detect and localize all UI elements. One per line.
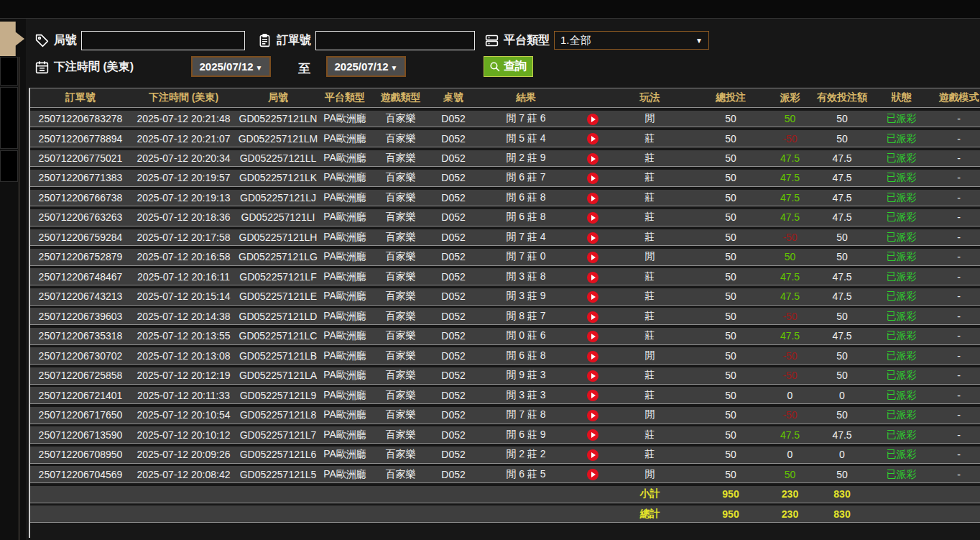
cell-order: 250712206743213 — [30, 290, 131, 302]
cell-total: 50 — [691, 133, 770, 145]
cell-result: 閒 2 莊 9 — [476, 152, 576, 165]
play-result-button[interactable] — [587, 272, 598, 283]
cell-play — [576, 409, 609, 421]
grand-total-row-valid: 830 — [810, 508, 874, 520]
cell-table_no: D052 — [431, 449, 476, 460]
round-number-label: 局號 — [54, 33, 77, 48]
cell-status: 已派彩 — [874, 250, 928, 263]
sidebar-item[interactable] — [0, 87, 18, 149]
cell-result: 閒 6 莊 8 — [476, 211, 576, 224]
play-result-button[interactable] — [587, 449, 598, 461]
cell-round: GD052257121LH — [236, 232, 320, 243]
play-icon — [591, 314, 596, 320]
play-icon — [591, 334, 596, 339]
table-row: 2507122067528792025-07-12 20:16:58GD0522… — [30, 249, 980, 266]
platform-type-select[interactable]: 1.全部 ▼ — [554, 31, 709, 50]
cell-bet: 莊 — [609, 290, 691, 303]
sidebar-item[interactable] — [0, 57, 18, 86]
round-number-input[interactable] — [81, 31, 245, 50]
cell-total: 50 — [691, 469, 770, 480]
cell-time: 2025-07-12 20:21:48 — [131, 113, 236, 124]
column-header-status: 狀態 — [874, 91, 928, 104]
cell-payout: 47.5 — [770, 271, 810, 283]
cell-payout: 50 — [770, 251, 810, 262]
table-row: 2507122067484672025-07-12 20:16:11GD0522… — [30, 268, 980, 285]
cell-bet: 莊 — [609, 152, 691, 165]
table-row: 2507122067135902025-07-12 20:10:12GD0522… — [30, 426, 980, 444]
cell-valid: 50 — [810, 469, 874, 480]
cell-game: 百家樂 — [370, 112, 431, 125]
cell-result: 閒 0 莊 6 — [476, 329, 576, 342]
table-row: 2507122067713832025-07-12 20:19:57GD0522… — [30, 170, 980, 187]
cell-total: 50 — [691, 251, 770, 262]
cell-table_no: D052 — [431, 192, 476, 203]
sidebar-item[interactable] — [0, 150, 18, 182]
play-result-button[interactable] — [587, 410, 598, 421]
cell-result: 閒 3 莊 9 — [476, 290, 576, 303]
date-to-picker[interactable]: 2025/07/12▼ — [326, 56, 406, 77]
cell-platform: PA歐洲廳 — [320, 429, 370, 441]
cell-table_no: D052 — [431, 211, 476, 223]
cell-table_no: D052 — [431, 409, 476, 421]
cell-bet: 閒 — [609, 250, 691, 263]
cell-table_no: D052 — [431, 251, 476, 262]
play-result-button[interactable] — [587, 114, 598, 125]
date-from-picker[interactable]: 2025/07/12▼ — [191, 56, 271, 77]
table-row: 2507122067353182025-07-12 20:13:55GD0522… — [30, 328, 980, 345]
cell-platform: PA歐洲廳 — [320, 171, 370, 184]
cell-platform: PA歐洲廳 — [320, 329, 370, 342]
play-result-button[interactable] — [587, 153, 598, 165]
sidebar-active-item[interactable] — [0, 22, 24, 56]
cell-platform: PA歐洲廳 — [320, 112, 370, 125]
column-header-bet: 玩法 — [609, 91, 691, 104]
play-result-button[interactable] — [587, 469, 598, 480]
cell-result: 閒 7 莊 8 — [476, 408, 576, 421]
cell-order: 250712206708950 — [30, 449, 131, 460]
play-result-button[interactable] — [587, 370, 598, 382]
play-icon — [591, 156, 596, 162]
cell-table_no: D052 — [431, 152, 476, 164]
cell-payout: 47.5 — [770, 152, 810, 164]
play-icon — [591, 116, 596, 122]
table-row: 2507122067176502025-07-12 20:10:54GD0522… — [30, 407, 980, 424]
cell-round: GD052257121L7 — [236, 429, 320, 441]
cell-play — [576, 429, 609, 441]
play-result-button[interactable] — [587, 133, 598, 145]
table-row: 2507122067592842025-07-12 20:17:58GD0522… — [30, 229, 980, 247]
order-number-input[interactable] — [315, 31, 475, 50]
cell-valid: 47.5 — [810, 271, 874, 283]
play-result-button[interactable] — [587, 212, 598, 224]
subtotal-row-payout: 230 — [770, 488, 810, 500]
play-result-button[interactable] — [587, 351, 598, 362]
cell-status: 已派彩 — [874, 429, 928, 441]
cell-order: 250712206763263 — [30, 211, 131, 223]
play-result-button[interactable] — [587, 193, 598, 204]
cell-mode: - — [928, 232, 980, 243]
cell-table_no: D052 — [431, 350, 476, 362]
cell-payout: 47.5 — [770, 330, 810, 342]
table-row: 2507122067632632025-07-12 20:18:36GD0522… — [30, 209, 980, 226]
cell-mode: - — [928, 251, 980, 262]
play-result-button[interactable] — [587, 331, 598, 342]
cell-play — [576, 270, 609, 283]
play-result-button[interactable] — [587, 429, 598, 441]
cell-total: 50 — [691, 350, 770, 362]
cell-status: 已派彩 — [874, 408, 928, 421]
cell-payout: -50 — [770, 232, 810, 243]
cell-game: 百家樂 — [370, 329, 431, 342]
play-result-button[interactable] — [587, 252, 598, 263]
cell-table_no: D052 — [431, 232, 476, 243]
cell-play — [576, 191, 609, 203]
cell-mode: - — [928, 290, 980, 302]
play-result-button[interactable] — [587, 291, 598, 303]
play-result-button[interactable] — [587, 173, 598, 184]
play-result-button[interactable] — [587, 311, 598, 323]
top-strip — [0, 0, 980, 19]
play-result-button[interactable] — [587, 390, 598, 401]
cell-time: 2025-07-12 20:11:33 — [131, 390, 236, 401]
play-result-button[interactable] — [587, 232, 598, 244]
play-icon — [591, 175, 596, 181]
cell-total: 50 — [691, 449, 770, 460]
query-button[interactable]: 查詢 — [484, 56, 533, 77]
table-row: 2507122067089502025-07-12 20:09:26GD0522… — [30, 447, 980, 464]
